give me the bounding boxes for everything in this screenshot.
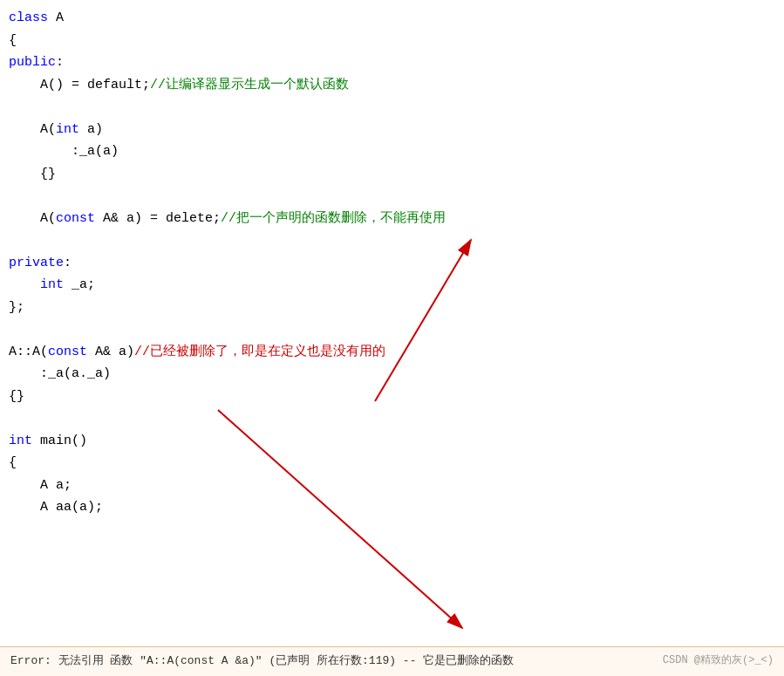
error-message: Error: 无法引用 函数 "A::A(const A &a)" (已声明 所…	[10, 652, 514, 671]
code-line-1: class A	[9, 7, 775, 30]
code-line-3: public:	[9, 51, 775, 74]
code-line-22: A a;	[9, 475, 775, 497]
code-line-12: private:	[9, 252, 775, 275]
code-line-21: {	[9, 452, 775, 475]
code-line-20: int main()	[9, 430, 775, 453]
class-name: A	[56, 7, 64, 30]
code-line-11	[9, 229, 775, 252]
code-line-2: {	[9, 30, 775, 52]
code-line-15	[9, 318, 775, 341]
code-line-23: A aa(a);	[9, 496, 775, 519]
watermark: CSDN @精致的灰(>_<)	[663, 652, 774, 669]
keyword-class: class	[9, 7, 56, 30]
code-line-5	[9, 96, 775, 119]
code-line-19	[9, 407, 775, 430]
code-line-6: A(int a)	[9, 119, 775, 141]
code-line-8: {}	[9, 163, 775, 186]
code-line-13: int _a;	[9, 274, 775, 297]
code-line-18: {}	[9, 386, 775, 408]
code-line-16: A::A(const A& a)//已经被删除了，即是在定义也是没有用的	[9, 341, 775, 364]
code-line-4: A() = default;//让编译器显示生成一个默认函数	[9, 74, 775, 97]
code-editor: class A { public: A() = default;//让编译器显示…	[0, 0, 784, 526]
code-line-14: };	[9, 297, 775, 319]
code-line-17: :_a(a._a)	[9, 363, 775, 386]
code-line-9	[9, 185, 775, 208]
code-line-10: A(const A& a) = delete;//把一个声明的函数删除，不能再使…	[9, 208, 775, 230]
code-line-7: :_a(a)	[9, 140, 775, 163]
